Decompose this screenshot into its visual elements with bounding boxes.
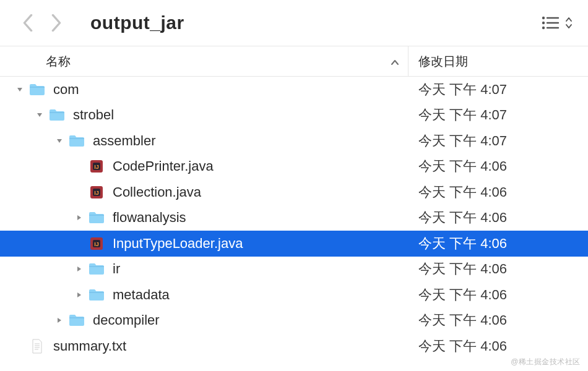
name-cell: flowanalysis [0, 205, 409, 231]
svg-text:IJ: IJ [94, 241, 99, 247]
name-cell: ir [0, 257, 409, 283]
text-file-icon [28, 339, 46, 354]
folder-icon [88, 210, 105, 225]
file-row[interactable]: decompiler今天 下午 4:06 [0, 308, 588, 334]
name-cell: IJCollection.java [0, 179, 409, 205]
folder-icon [88, 262, 105, 276]
file-name: Collection.java [113, 184, 201, 200]
file-list: com今天 下午 4:07strobel今天 下午 4:07assembler今… [0, 77, 588, 359]
file-name: CodePrinter.java [113, 158, 214, 174]
svg-text:IJ: IJ [94, 190, 99, 196]
name-cell: decompiler [0, 308, 409, 334]
disclosure-triangle-icon[interactable] [15, 87, 25, 93]
name-cell: IJCodePrinter.java [0, 154, 409, 180]
column-header-date[interactable]: 修改日期 [409, 53, 588, 70]
file-row[interactable]: IJInputTypeLoader.java今天 下午 4:06 [0, 231, 588, 257]
view-options-button[interactable] [541, 15, 573, 30]
modified-date: 今天 下午 4:06 [409, 183, 588, 202]
column-header-date-label: 修改日期 [418, 54, 468, 68]
svg-marker-6 [17, 88, 22, 92]
file-row[interactable]: ir今天 下午 4:06 [0, 257, 588, 283]
view-dropdown-icon [564, 15, 573, 30]
nav-arrows [22, 14, 62, 32]
disclosure-triangle-icon[interactable] [35, 112, 45, 118]
file-row[interactable]: assembler今天 下午 4:07 [0, 128, 588, 154]
file-name: InputTypeLoader.java [113, 236, 243, 252]
svg-text:IJ: IJ [94, 164, 99, 170]
modified-date: 今天 下午 4:07 [409, 80, 588, 99]
svg-marker-20 [77, 292, 81, 297]
disclosure-triangle-icon[interactable] [54, 317, 64, 323]
java-file-icon: IJ [88, 159, 105, 174]
file-name: decompiler [93, 312, 160, 328]
modified-date: 今天 下午 4:06 [409, 157, 588, 176]
file-name: metadata [113, 287, 170, 303]
file-row[interactable]: summary.txt今天 下午 4:06 [0, 333, 588, 359]
folder-icon [28, 82, 46, 97]
folder-icon [68, 134, 85, 148]
modified-date: 今天 下午 4:06 [409, 337, 588, 356]
folder-icon [68, 313, 85, 328]
file-row[interactable]: IJCollection.java今天 下午 4:06 [0, 179, 588, 205]
back-button[interactable] [22, 14, 33, 32]
folder-icon [88, 288, 105, 302]
name-cell: com [0, 77, 409, 103]
svg-marker-8 [57, 139, 62, 143]
java-file-icon: IJ [88, 236, 105, 251]
file-name: assembler [93, 133, 155, 149]
modified-date: 今天 下午 4:06 [409, 311, 588, 330]
svg-marker-7 [37, 113, 42, 117]
modified-date: 今天 下午 4:07 [409, 132, 588, 150]
file-name: summary.txt [53, 338, 126, 354]
java-file-icon: IJ [88, 185, 105, 200]
forward-button[interactable] [51, 14, 62, 32]
modified-date: 今天 下午 4:06 [409, 286, 588, 304]
name-cell: assembler [0, 128, 409, 154]
sort-indicator-icon [391, 54, 399, 69]
folder-title: output_jar [90, 12, 541, 33]
modified-date: 今天 下午 4:06 [409, 208, 588, 227]
disclosure-triangle-icon[interactable] [74, 292, 84, 298]
name-cell: strobel [0, 103, 409, 129]
file-name: ir [113, 261, 120, 277]
name-cell: summary.txt [0, 333, 409, 359]
file-row[interactable]: metadata今天 下午 4:06 [0, 282, 588, 308]
file-name: flowanalysis [113, 210, 186, 226]
file-row[interactable]: IJCodePrinter.java今天 下午 4:06 [0, 154, 588, 180]
disclosure-triangle-icon[interactable] [74, 266, 84, 272]
column-header-row: 名称 修改日期 [0, 46, 588, 77]
disclosure-triangle-icon[interactable] [54, 138, 64, 144]
name-cell: IJInputTypeLoader.java [0, 231, 409, 257]
column-header-name[interactable]: 名称 [0, 46, 409, 76]
file-row[interactable]: flowanalysis今天 下午 4:06 [0, 205, 588, 231]
svg-marker-21 [58, 318, 61, 323]
column-header-name-label: 名称 [46, 53, 71, 70]
modified-date: 今天 下午 4:07 [409, 106, 588, 124]
folder-icon [48, 108, 66, 122]
file-name: strobel [73, 107, 114, 123]
svg-marker-19 [77, 267, 81, 271]
svg-point-2 [542, 22, 545, 24]
name-cell: metadata [0, 282, 409, 308]
modified-date: 今天 下午 4:06 [409, 234, 588, 253]
file-name: com [53, 82, 79, 98]
svg-point-4 [542, 27, 545, 29]
svg-marker-15 [77, 215, 81, 220]
svg-point-0 [542, 17, 545, 19]
file-row[interactable]: com今天 下午 4:07 [0, 77, 588, 103]
toolbar: output_jar [0, 0, 588, 46]
disclosure-triangle-icon[interactable] [74, 215, 84, 221]
file-row[interactable]: strobel今天 下午 4:07 [0, 103, 588, 129]
modified-date: 今天 下午 4:06 [409, 260, 588, 278]
